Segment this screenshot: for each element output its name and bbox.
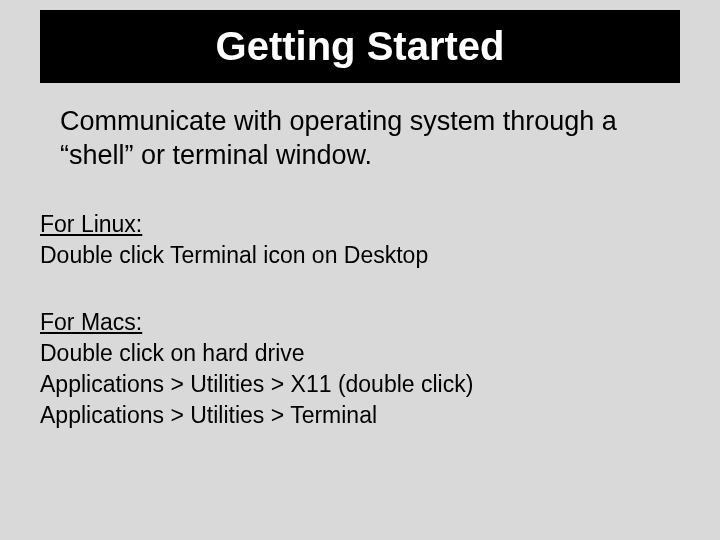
macs-heading: For Macs: [40, 307, 660, 338]
macs-line-3: Applications > Utilities > Terminal [40, 400, 660, 431]
linux-line: Double click Terminal icon on Desktop [40, 240, 660, 271]
macs-section: For Macs: Double click on hard drive App… [40, 307, 660, 431]
macs-line-2: Applications > Utilities > X11 (double c… [40, 369, 660, 400]
linux-heading: For Linux: [40, 209, 660, 240]
slide-title: Getting Started [40, 24, 680, 69]
linux-section: For Linux: Double click Terminal icon on… [40, 209, 660, 271]
intro-text: Communicate with operating system throug… [60, 105, 660, 173]
macs-line-1: Double click on hard drive [40, 338, 660, 369]
title-bar: Getting Started [40, 10, 680, 83]
